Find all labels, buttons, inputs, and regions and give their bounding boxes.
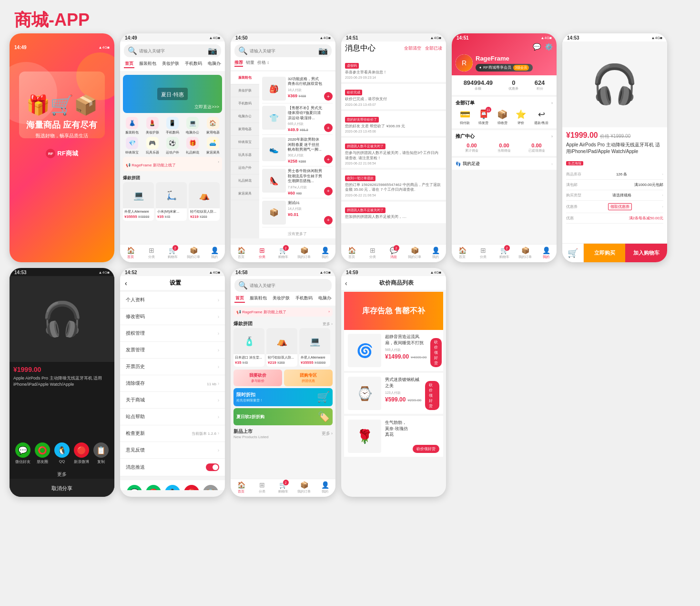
cat-phone-cat[interactable]: 手机数码 [231, 97, 259, 110]
cat-product-5[interactable]: 📦 测试01 14人付款 ¥0.01 + [262, 198, 333, 227]
msg-item-4[interactable]: 拼团因人数不足被关闭了 您参与的拼团因人数不足被关闭，请告知您3个工作日内请查收… [341, 138, 446, 168]
cat-product-2[interactable]: 👕 【售罄不补】男式无缝体滑动T恤夏日清凉运动 吸湿排... 665人付款 ¥4… [262, 103, 333, 135]
nav-cart-h2[interactable]: 🛒2购物车 [273, 481, 294, 494]
cat-product-4[interactable]: 👠 男士春牛鞋休闲鞋男鞋潮流瓜学生袜子男生潮牌百搭拖... 7.87w人付款 ¥… [262, 166, 333, 198]
footprint-section[interactable]: 👣 我的足迹 › [452, 158, 557, 170]
nav-home-cat[interactable]: 🏠首页 [231, 247, 252, 259]
promo-more[interactable]: › [551, 134, 553, 139]
nav-home-msg[interactable]: 🏠首页 [341, 247, 362, 259]
order-pending-receive[interactable]: 📦待收货 [497, 109, 507, 125]
settings-profile[interactable]: 个人资料› [120, 292, 225, 308]
order-pending-ship[interactable]: 📮 11 待发货 [478, 109, 489, 125]
nav-home-h2[interactable]: 🏠首页 [231, 481, 252, 494]
settings-help[interactable]: 站点帮助› [120, 409, 225, 425]
tab-beauty-h2[interactable]: 美妆护肤 [272, 295, 291, 303]
add-cart-btn-3[interactable]: + [324, 155, 333, 164]
product-card-xiaomi[interactable]: 🛴 小米(MI)米家... ¥35 ¥45 [156, 182, 187, 221]
product-card-alienware[interactable]: 💻 外星人Alienware ¥35555 ¥48999 [123, 182, 154, 221]
nav-profile-cat[interactable]: 👤我的 [314, 247, 335, 259]
back-icon-bargain[interactable]: ‹ [345, 279, 347, 287]
order-refund[interactable]: ↩退款/售后 [534, 109, 548, 125]
search-input-cat[interactable] [250, 49, 316, 53]
product-h2-3[interactable]: 💻 外星人Alienware ¥35555 ¥48999 [299, 328, 330, 367]
cat-appliance[interactable]: 家用电器 [231, 123, 259, 136]
bargain-btn-2[interactable]: 砍价领好货 [425, 381, 439, 410]
settings-notifications[interactable]: 消息推送 [120, 459, 225, 476]
nav-home-profile[interactable]: 🏠首页 [452, 247, 473, 259]
detail-row-type[interactable]: 购买类型 请选择规格 › [566, 190, 663, 201]
cat-sports[interactable]: 运动户外 [231, 162, 259, 175]
notification-toggle[interactable] [206, 463, 219, 471]
bargain-promo[interactable]: 我要砍价 参与砍价 [233, 370, 282, 386]
cat-icon-toys[interactable]: 🎮玩具乐器 [143, 137, 161, 155]
add-cart-btn-detail[interactable]: 加入购物车 [625, 244, 667, 262]
nav-orders[interactable]: 📦我的订单 [183, 247, 204, 259]
share-qq-settings[interactable]: 🐧 QQ [165, 485, 180, 490]
settings-feedback[interactable]: 意见反馈› [120, 442, 225, 459]
cat-icon-furniture[interactable]: 🛋️家居厨具 [204, 137, 222, 155]
msg-item-2[interactable]: 砍价完成 砍价已完成，请尽快支付 2020-06-23 13:45:07 [341, 84, 446, 109]
settings-cache[interactable]: 清除缓存11 kb › [120, 375, 225, 392]
cat-icon-phone[interactable]: 📱手机数码 [163, 117, 182, 135]
search-bar-cat[interactable]: 🔍 📷 [234, 44, 332, 57]
nav-orders-h2[interactable]: 📦我的订单 [294, 481, 314, 494]
add-cart-btn-1[interactable]: + [324, 92, 333, 101]
add-cart-btn-4[interactable]: + [324, 187, 333, 195]
cat-furniture[interactable]: 家居厨具 [231, 187, 259, 200]
tab-clothes-h2[interactable]: 服装鞋包 [249, 295, 268, 303]
add-cart-btn-5[interactable]: + [324, 216, 333, 225]
search-bar-home2[interactable]: 🔍 [234, 279, 332, 292]
tab-computer[interactable]: 电脑办公 [207, 60, 221, 68]
nav-profile[interactable]: 👤我的 [204, 247, 225, 259]
share-weibo[interactable]: 🔴 新浪微博 [74, 442, 89, 464]
nav-cat-profile[interactable]: ⊞分类 [473, 247, 494, 259]
msg-item-6[interactable]: 拼团因人数不足被关闭了 您加拼的拼团因人数不足被关闭，.... [341, 202, 446, 223]
cat-icon-appliance[interactable]: 🏠家用电器 [204, 117, 222, 135]
share-copy-settings[interactable]: 📋 复制 [203, 485, 218, 490]
nav-cart-cat[interactable]: 🛒2购物车 [273, 247, 294, 259]
bargain-product-1[interactable]: 🌀 超静音营造运流风扇，夜间睡觉不打扰 565人付款 ¥1499.00 ¥400… [344, 330, 443, 371]
cat-icon-gifts[interactable]: 🎁礼品鲜花 [183, 137, 202, 155]
message-icon[interactable]: 💬 [533, 43, 541, 51]
msg-item-5[interactable]: 收到一笔订单退款 您的订单 1592826159865547462 中的商品，产… [341, 170, 446, 200]
share-weibo-settings[interactable]: 🔴 新浪微博 [184, 485, 199, 490]
settings-about[interactable]: 关于商城› [120, 392, 225, 409]
nav-home[interactable]: 🏠首页 [120, 247, 141, 259]
cat-icon-clothes[interactable]: 👗服装鞋包 [123, 117, 141, 135]
nav-me-profile[interactable]: 👤我的 [536, 247, 557, 259]
cat-product-1[interactable]: 🎒 32功能皮格，男式商务出行机旅双背包 16人付款 ¥369 ¥409 + [262, 74, 333, 103]
tab-phone-h2[interactable]: 手机数码 [294, 295, 314, 303]
cat-jewelry[interactable]: 钟表珠宝 [231, 136, 259, 149]
cat-beauty[interactable]: 美妆护肤 [231, 84, 259, 97]
double-discount-banner[interactable]: 夏日软2折折购 🏷️ [233, 408, 333, 425]
settings-invoice-history[interactable]: 开票历史› [120, 359, 225, 375]
share-wechat-settings[interactable]: 💬 微信好友 [127, 485, 142, 490]
nav-cart-profile[interactable]: 🛒2购物车 [494, 247, 515, 259]
nav-cat-msg[interactable]: ⊞分类 [362, 247, 383, 259]
tab-phone[interactable]: 手机数码 [184, 60, 203, 68]
msg-item-3[interactable]: 您的好友帮你砍价了 您的好友 文君 帮您砍了 ¥306.09 元 2020-06… [341, 111, 446, 136]
product-h2-2[interactable]: ⛺ 轻巧铝钛双人防... ¥219 ¥369 [266, 328, 297, 367]
nav-cart-home[interactable]: 🛒 2 购物车 [162, 247, 183, 259]
settings-update[interactable]: 检查更新当前版本 1.2.6 › [120, 425, 225, 442]
cart-icon-detail[interactable]: 🛒 [562, 244, 584, 262]
cat-icon-sports[interactable]: ⚽运动户外 [163, 137, 182, 155]
add-cart-btn-2[interactable]: + [324, 123, 333, 132]
search-input-home[interactable] [139, 49, 206, 53]
settings-auth[interactable]: 授权管理› [120, 325, 225, 342]
filter-recommend[interactable]: 推荐 [234, 60, 243, 67]
share-moments[interactable]: ⭕ 朋友圈 [35, 442, 50, 464]
nav-orders-msg[interactable]: 📦我的订单 [404, 247, 425, 259]
back-icon-settings[interactable]: ‹ [125, 279, 127, 287]
nav-profile-h2[interactable]: 👤我的 [314, 481, 335, 494]
product-h2-1[interactable]: 🧴 日本进口 浓生堂... ¥35 ¥45 [233, 328, 264, 367]
clear-all-btn[interactable]: 全部清空 [404, 45, 421, 51]
nav-cat-cat[interactable]: ⊞分类 [252, 247, 273, 259]
tab-computer-h2[interactable]: 电脑办公 [317, 295, 332, 303]
cat-gifts[interactable]: 礼品鲜花 [231, 175, 259, 187]
tab-home-h2[interactable]: 首页 [234, 295, 245, 303]
bargain-product-3[interactable]: 🌹 生气勃勃，莫奈·玫瑰仿真花 砍价领好货 [344, 416, 443, 457]
share-wechat[interactable]: 💬 微信好友 [15, 442, 30, 464]
bargain-btn-1[interactable]: 砍价领好货 [430, 338, 442, 367]
tab-beauty[interactable]: 美妆护肤 [161, 60, 180, 68]
